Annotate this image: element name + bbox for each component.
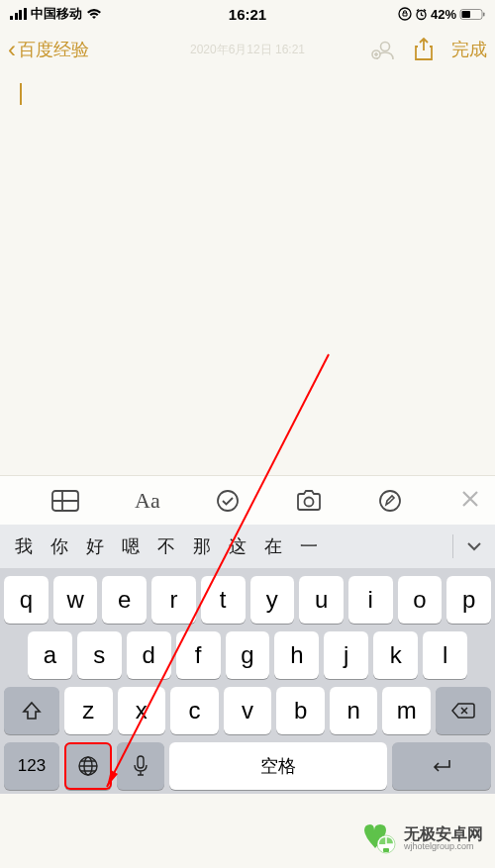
done-button[interactable]: 完成 [451, 38, 487, 61]
suggestion-item[interactable]: 不 [148, 534, 184, 558]
shift-key[interactable] [4, 687, 59, 734]
share-icon[interactable] [414, 38, 434, 61]
status-time: 16:21 [229, 6, 266, 23]
key-h[interactable]: h [274, 631, 319, 679]
text-format-icon[interactable]: Aa [135, 488, 160, 514]
svg-rect-13 [138, 756, 144, 768]
key-row-1: q w e r t y u i o p [0, 568, 495, 624]
watermark-subtitle: wjhotelgroup.com [404, 842, 483, 851]
svg-point-0 [399, 8, 411, 20]
key-row-bottom: 123 空格 [0, 734, 495, 790]
key-a[interactable]: a [28, 631, 72, 679]
nav-bar: ‹ 百度经验 2020年6月12日 16:21 完成 [0, 28, 495, 71]
key-q[interactable]: q [4, 576, 49, 624]
status-right: 42% [398, 7, 485, 22]
suggestion-item[interactable]: 一 [291, 534, 327, 558]
key-e[interactable]: e [102, 576, 147, 624]
formatting-toolbar: Aa [0, 475, 495, 525]
key-i[interactable]: i [348, 576, 393, 624]
suggestion-item[interactable]: 这 [220, 534, 255, 558]
cellular-signal-icon [10, 8, 27, 20]
wifi-icon [86, 8, 102, 20]
svg-rect-3 [462, 11, 471, 18]
status-bar: 中国移动 16:21 42% [0, 0, 495, 28]
suggestion-item[interactable]: 那 [184, 534, 220, 558]
back-label: 百度经验 [18, 38, 89, 61]
space-key[interactable]: 空格 [169, 742, 387, 790]
markup-icon[interactable] [378, 489, 402, 513]
table-icon[interactable] [51, 490, 79, 512]
key-d[interactable]: d [127, 631, 171, 679]
svg-rect-4 [483, 12, 485, 16]
key-k[interactable]: k [373, 631, 418, 679]
watermark: 无极安卓网 wjhotelgroup.com [360, 820, 483, 856]
key-s[interactable]: s [77, 631, 122, 679]
key-y[interactable]: y [250, 576, 295, 624]
dismiss-toolbar-icon[interactable] [449, 488, 491, 514]
text-cursor [20, 83, 22, 105]
svg-rect-17 [383, 848, 389, 852]
status-left: 中国移动 [10, 5, 102, 23]
key-u[interactable]: u [299, 576, 344, 624]
suggestion-item[interactable]: 我 [6, 534, 42, 558]
globe-key[interactable] [64, 742, 112, 790]
key-z[interactable]: z [64, 687, 113, 734]
suggestion-item[interactable]: 在 [255, 534, 291, 558]
lock-orientation-icon [398, 7, 412, 21]
key-l[interactable]: l [423, 631, 467, 679]
camera-icon[interactable] [295, 490, 323, 512]
alarm-icon [415, 8, 428, 21]
key-j[interactable]: j [324, 631, 368, 679]
note-content-area[interactable] [0, 71, 495, 475]
carrier-label: 中国移动 [31, 5, 82, 23]
key-m[interactable]: m [382, 687, 431, 734]
key-f[interactable]: f [176, 631, 221, 679]
key-g[interactable]: g [226, 631, 270, 679]
backspace-key[interactable] [436, 687, 491, 734]
key-o[interactable]: o [398, 576, 443, 624]
key-x[interactable]: x [118, 687, 166, 734]
keyboard: 我 你 好 嗯 不 那 这 在 一 q w e r t y u i o p a … [0, 525, 495, 794]
collaborate-icon[interactable] [370, 39, 396, 60]
suggestion-item[interactable]: 你 [42, 534, 77, 558]
svg-point-9 [304, 497, 313, 506]
battery-percentage: 42% [431, 7, 456, 22]
key-w[interactable]: w [53, 576, 98, 624]
nav-actions: 完成 [370, 38, 487, 61]
expand-suggestions-icon[interactable] [453, 525, 495, 568]
note-date-faded: 2020年6月12日 16:21 [190, 42, 305, 58]
return-key[interactable] [392, 742, 491, 790]
battery-icon [459, 8, 485, 21]
key-t[interactable]: t [201, 576, 246, 624]
key-r[interactable]: r [151, 576, 196, 624]
svg-point-8 [218, 491, 238, 511]
watermark-icon [360, 820, 396, 856]
key-row-3: z x c v b n m [0, 679, 495, 734]
aa-label: Aa [135, 488, 160, 514]
suggestion-bar: 我 你 好 嗯 不 那 这 在 一 [0, 525, 495, 568]
suggestion-item[interactable]: 好 [77, 534, 113, 558]
chevron-left-icon: ‹ [8, 38, 16, 61]
numeric-key[interactable]: 123 [4, 742, 59, 790]
watermark-title: 无极安卓网 [404, 826, 483, 842]
key-v[interactable]: v [224, 687, 272, 734]
key-n[interactable]: n [330, 687, 378, 734]
key-row-2: a s d f g h j k l [0, 624, 495, 679]
dictation-key[interactable] [117, 742, 164, 790]
back-button[interactable]: ‹ 百度经验 [8, 38, 89, 61]
key-b[interactable]: b [276, 687, 325, 734]
svg-point-5 [381, 43, 390, 51]
key-p[interactable]: p [446, 576, 491, 624]
suggestion-item[interactable]: 嗯 [113, 534, 148, 558]
key-c[interactable]: c [170, 687, 219, 734]
checklist-icon[interactable] [216, 489, 240, 513]
